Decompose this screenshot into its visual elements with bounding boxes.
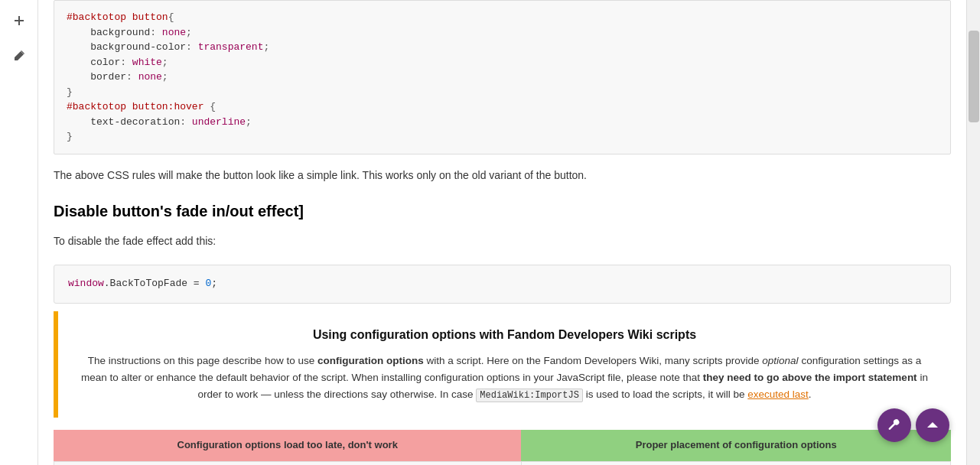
edit-button[interactable] — [6, 43, 32, 69]
table-cell-bad: // 1. AjaxRC import statement importArti… — [54, 461, 521, 465]
wrench-icon — [887, 418, 901, 432]
tools-button[interactable] — [877, 408, 911, 442]
callout-box: Using configuration options with Fandom … — [54, 311, 951, 418]
callout-title: Using configuration options with Fandom … — [77, 325, 933, 345]
table-cell-good: // 1. AjaxRC configuration option window… — [521, 461, 951, 465]
table-header-bad: Configuration options load too late, don… — [54, 430, 521, 461]
chevron-up-icon — [925, 418, 940, 433]
main-content: #backtotop button{ background: none; bac… — [38, 0, 966, 465]
callout-body: The instructions on this page describe h… — [77, 353, 933, 404]
svg-rect-1 — [15, 20, 24, 21]
good-code: // 1. AjaxRC configuration option window… — [521, 461, 951, 465]
add-button[interactable] — [6, 8, 32, 34]
pencil-icon — [13, 50, 25, 62]
back-to-top-button[interactable] — [916, 408, 949, 442]
importjs-inline-code: MediaWiki:ImportJS — [476, 389, 583, 402]
fade-description: To disable the fade effect add this: — [54, 232, 951, 249]
description-above: The above CSS rules will make the button… — [54, 167, 951, 184]
executed-last-link[interactable]: executed last — [747, 389, 809, 400]
section-heading: Disable button's fade in/out effect] — [54, 199, 951, 223]
comparison-table: Configuration options load too late, don… — [54, 430, 951, 465]
left-sidebar — [0, 0, 38, 465]
scrollbar-thumb[interactable] — [969, 31, 979, 122]
scrollbar[interactable] — [966, 0, 980, 465]
bad-code: // 1. AjaxRC import statement importArti… — [54, 461, 521, 465]
plus-icon — [13, 15, 25, 27]
css-code-block: #backtotop button{ background: none; bac… — [54, 0, 951, 154]
fade-code-block: window.BackToTopFade = 0; — [54, 265, 951, 304]
